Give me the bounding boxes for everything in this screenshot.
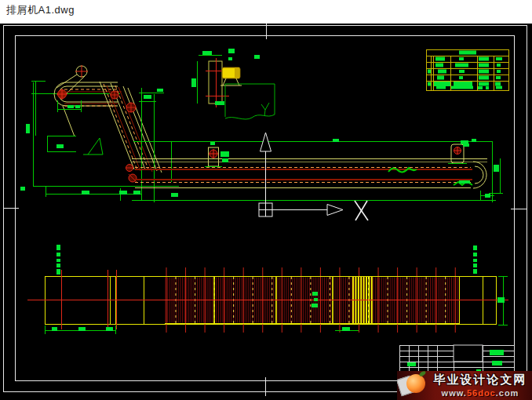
dwg-viewer-window: 排屑机A1.dwg — [0, 0, 532, 400]
url-suffix: .com — [496, 388, 519, 398]
watermark-site-url: www.56doc.com — [430, 388, 530, 398]
title-bar: 排屑机A1.dwg — [0, 0, 532, 24]
url-prefix: www. — [442, 388, 467, 398]
file-name: 排屑机A1.dwg — [6, 3, 75, 17]
leaf-icon — [418, 371, 426, 377]
watermark[interactable]: 毕业设计论文网 www.56doc.com — [397, 371, 532, 400]
site-logo-icon — [406, 374, 425, 393]
watermark-site-name: 毕业设计论文网 — [430, 373, 530, 387]
cad-canvas[interactable]: X — [0, 24, 532, 400]
url-domain: 56doc — [467, 388, 496, 398]
